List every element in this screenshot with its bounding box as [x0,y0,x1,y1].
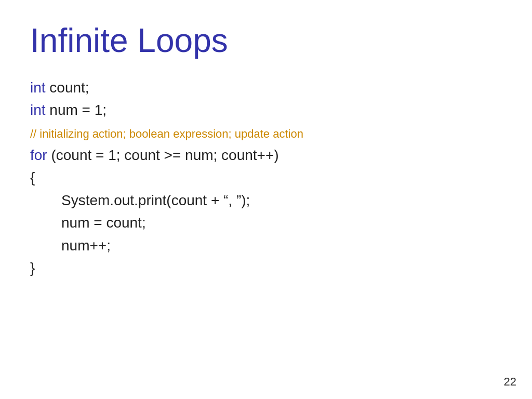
code-line-1: int count; [30,76,502,99]
code-text-6: System.out.print(count + “, ”); [61,192,250,208]
code-text-8: num++; [61,237,111,254]
code-line-3: // initializing action; boolean expressi… [30,122,502,144]
keyword-for: for [30,147,47,163]
comment-text: // initializing action; boolean expressi… [30,127,303,140]
keyword-int-2: int [30,102,46,118]
open-brace: { [30,169,35,185]
code-text-4: (count = 1; count >= num; count++) [47,147,279,163]
code-line-4: for (count = 1; count >= num; count++) [30,144,502,166]
code-line-8: num++; [30,234,502,257]
code-line-6: System.out.print(count + “, ”); [30,189,502,211]
close-brace: } [30,260,35,276]
code-line-2: int num = 1; [30,99,502,121]
slide-content: Infinite Loops int count; int num = 1; /… [0,0,532,300]
slide-title: Infinite Loops [30,21,502,61]
page-number: 22 [504,375,516,389]
code-line-5: { [30,166,502,189]
code-line-9: } [30,257,502,279]
keyword-int-1: int [30,79,46,96]
code-text-2: num = 1; [46,102,107,118]
code-line-7: num = count; [30,211,502,234]
code-text-7: num = count; [61,215,146,231]
code-text-1: count; [46,79,89,96]
code-block: int count; int num = 1; // initializing … [30,76,502,280]
